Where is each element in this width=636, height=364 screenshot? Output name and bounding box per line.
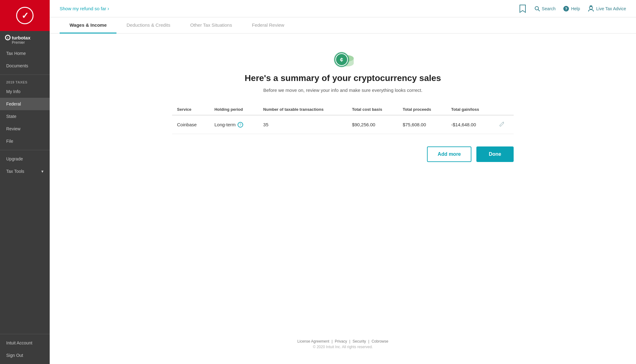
col-header-transactions: Number of taxable transactions <box>258 104 347 115</box>
footer-license-link[interactable]: License Agreement <box>298 339 329 344</box>
svg-point-3 <box>535 7 538 10</box>
sidebar-item-intuit-account[interactable]: Intuit Account <box>0 337 50 349</box>
sidebar-brand: t turbotax Premier <box>0 31 50 47</box>
sidebar-item-sign-out[interactable]: Sign Out <box>0 349 50 362</box>
topbar-right: Search ? Help Live Tax Advice <box>518 4 626 13</box>
refund-link[interactable]: Show my refund so far › <box>60 6 109 11</box>
crypto-coins-illustration: ¢ <box>330 48 358 69</box>
footer-copyright: © 2020 Intuit Inc. All rights reserved. <box>298 345 388 349</box>
summary-table: Service Holding period Number of taxable… <box>172 104 514 134</box>
footer-security-link[interactable]: Security <box>352 339 366 344</box>
bookmark-button[interactable] <box>518 4 527 13</box>
holding-period-help-icon[interactable]: ? <box>238 122 243 128</box>
cell-holding-period: Long-term ? <box>209 115 258 134</box>
cell-transactions: 35 <box>258 115 347 134</box>
edit-pencil-icon <box>499 121 505 127</box>
page-content: ¢ Here's a summary of your cryptocurrenc… <box>50 34 636 364</box>
tab-wages-income[interactable]: Wages & Income <box>60 17 116 34</box>
sidebar-item-upgrade[interactable]: Upgrade <box>0 153 50 165</box>
col-header-service: Service <box>172 104 209 115</box>
tab-other-tax-situations[interactable]: Other Tax Situations <box>180 17 242 34</box>
topbar: Show my refund so far › Search <box>50 0 636 17</box>
col-header-cost-basis: Total cost basis <box>347 104 398 115</box>
sidebar-item-tax-tools[interactable]: Tax Tools ▾ <box>0 165 50 178</box>
footer-cobrowse-link[interactable]: Cobrowse <box>371 339 388 344</box>
sidebar-brand-name: t turbotax <box>5 35 30 40</box>
sidebar-item-state[interactable]: State <box>0 110 50 123</box>
brand-tier-text: Premier <box>12 40 25 45</box>
col-header-proceeds: Total proceeds <box>398 104 446 115</box>
chevron-down-icon: ▾ <box>41 169 43 174</box>
cell-cost-basis: $90,256.00 <box>347 115 398 134</box>
sidebar-nav: Tax Home Documents 2019 TAXES My Info Fe… <box>0 47 50 334</box>
turbotax-icon: t <box>5 35 11 40</box>
footer-links: License Agreement | Privacy | Security |… <box>298 339 388 344</box>
crypto-icon: ¢ <box>330 48 355 67</box>
page-subtitle: Before we move on, review your info and … <box>263 88 423 93</box>
refund-arrow-icon: › <box>107 6 109 11</box>
sidebar-bottom: Intuit Account Sign Out <box>0 334 50 364</box>
search-button[interactable]: Search <box>534 6 556 11</box>
cell-proceeds: $75,608.00 <box>398 115 446 134</box>
cell-edit <box>494 115 514 134</box>
bookmark-icon <box>519 4 526 13</box>
main-content: Show my refund so far › Search <box>50 0 636 364</box>
sidebar-item-file[interactable]: File <box>0 135 50 147</box>
svg-line-16 <box>500 126 501 126</box>
sidebar-item-tax-home[interactable]: Tax Home <box>0 47 50 60</box>
live-tax-advice-button[interactable]: Live Tax Advice <box>588 5 626 12</box>
svg-text:¢: ¢ <box>340 57 343 63</box>
sidebar-logo-area: ✓ <box>0 0 50 31</box>
sidebar-item-documents[interactable]: Documents <box>0 60 50 72</box>
turbotax-logo-checkmark: ✓ <box>16 7 34 24</box>
col-header-actions <box>494 104 514 115</box>
sidebar-section-label: 2019 TAXES <box>0 77 50 85</box>
cell-service: Coinbase <box>172 115 209 134</box>
tab-navigation: Wages & Income Deductions & Credits Othe… <box>50 17 636 34</box>
svg-text:?: ? <box>565 7 567 11</box>
search-icon <box>534 6 540 11</box>
cell-gain-loss: -$14,648.00 <box>446 115 494 134</box>
sidebar-item-federal[interactable]: Federal <box>0 98 50 110</box>
action-buttons: Add more Done <box>172 146 514 162</box>
page-footer: License Agreement | Privacy | Security |… <box>298 332 388 354</box>
edit-row-button[interactable] <box>499 122 505 128</box>
sidebar-item-my-info[interactable]: My Info <box>0 85 50 98</box>
col-header-gain-loss: Total gain/loss <box>446 104 494 115</box>
svg-line-4 <box>538 9 540 11</box>
help-button[interactable]: ? Help <box>563 6 580 12</box>
sidebar: ✓ t turbotax Premier Tax Home Documents … <box>0 0 50 364</box>
sidebar-item-review[interactable]: Review <box>0 123 50 135</box>
tab-deductions-credits[interactable]: Deductions & Credits <box>116 17 180 34</box>
add-more-button[interactable]: Add more <box>427 146 471 162</box>
footer-privacy-link[interactable]: Privacy <box>335 339 347 344</box>
svg-text:t: t <box>7 36 8 39</box>
brand-name-text: turbotax <box>12 35 30 40</box>
help-icon: ? <box>563 6 569 12</box>
table-row: Coinbase Long-term ? 35 $90,256.00 $75,6… <box>172 115 514 134</box>
col-header-holding-period: Holding period <box>209 104 258 115</box>
page-title: Here's a summary of your cryptocurrency … <box>245 73 441 83</box>
live-advice-icon <box>588 5 594 12</box>
done-button[interactable]: Done <box>476 146 514 162</box>
tab-federal-review[interactable]: Federal Review <box>242 17 294 34</box>
